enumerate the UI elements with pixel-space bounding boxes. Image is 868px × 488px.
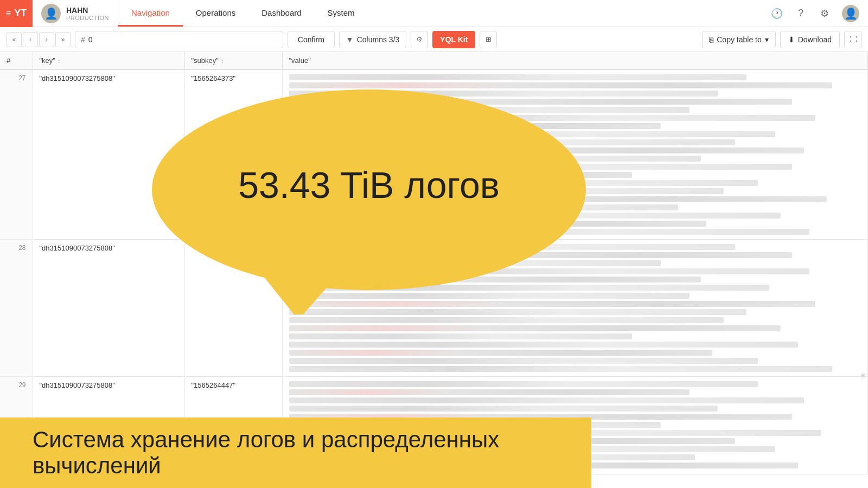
copy-icon: ⎘	[709, 35, 713, 44]
logo-text: YT	[14, 8, 27, 19]
query-input-wrap: #	[75, 31, 283, 48]
bottom-banner: Система хранение логов и распределенных …	[0, 418, 591, 488]
yql-kit-button[interactable]: YQL Kit	[432, 31, 475, 48]
col-header-num: #	[0, 52, 33, 69]
blurred-value-28	[289, 244, 861, 372]
fullscreen-button[interactable]: ⛶	[844, 31, 861, 48]
confirm-button[interactable]: Confirm	[288, 31, 335, 48]
nav-item-dashboard[interactable]: Dashboard	[248, 0, 314, 27]
row-num-28: 28	[0, 240, 33, 377]
copy-table-chevron-icon: ▾	[765, 35, 769, 44]
nav-item-system[interactable]: System	[315, 0, 368, 27]
nav-next-btn[interactable]: ›	[39, 32, 54, 47]
nav-arrows: « ‹ › »	[7, 32, 71, 47]
user-avatar-top-right[interactable]: 👤	[842, 5, 859, 22]
avatar[interactable]: 👤	[41, 4, 61, 23]
topbar: ≡ YT 👤 HAHN PRODUCTION Navigation Operat…	[0, 0, 868, 27]
nav-prev-btn[interactable]: ‹	[23, 32, 38, 47]
user-role: PRODUCTION	[66, 15, 109, 21]
copy-table-button[interactable]: ⎘ Copy table to ▾	[702, 31, 776, 48]
row-28-value: ⎘	[282, 240, 868, 377]
download-button[interactable]: ⬇ Download	[780, 31, 840, 48]
yt-logo[interactable]: ≡ YT	[0, 0, 33, 27]
nav-item-operations[interactable]: Operations	[183, 0, 248, 27]
main-nav: Navigation Operations Dashboard System	[118, 0, 368, 27]
banner-text: Система хранение логов и распределенных …	[33, 427, 559, 479]
nav-right: 🕐 ? ⚙ 👤	[770, 5, 868, 22]
hamburger-icon[interactable]: ≡	[6, 9, 11, 18]
toolbar: « ‹ › » # Confirm ▼ Columns 3/3 ⚙ YQL Ki…	[0, 27, 868, 52]
row-28-key: "dh3151090073275808"	[33, 240, 184, 377]
row-27-subkey: "1565264373"	[184, 69, 282, 240]
clock-icon[interactable]: 🕐	[770, 7, 783, 20]
row-num-27: 27	[0, 69, 33, 240]
settings-gear-btn[interactable]: ⚙	[411, 31, 428, 48]
filter-icon: ▼	[346, 35, 354, 44]
help-icon[interactable]: ?	[794, 7, 807, 20]
col-header-subkey[interactable]: "subkey" ↕	[184, 52, 282, 69]
columns-button[interactable]: ▼ Columns 3/3	[339, 31, 406, 48]
settings-icon[interactable]: ⚙	[818, 7, 831, 20]
nav-item-navigation[interactable]: Navigation	[118, 0, 183, 27]
col-header-key[interactable]: "key" ↕	[33, 52, 184, 69]
table-view-toggle[interactable]: ⊞	[480, 31, 497, 48]
user-name: HAHN	[66, 6, 109, 15]
sort-key-icon: ↕	[58, 57, 61, 64]
query-input[interactable]	[88, 35, 277, 44]
table-row: 27 "dh3151090073275808" "1565264373"	[0, 69, 868, 240]
data-table: # "key" ↕ "subkey" ↕ "value" 27 "dh31510…	[0, 52, 868, 474]
col-header-value: "value"	[282, 52, 868, 69]
nav-last-btn[interactable]: »	[55, 32, 71, 47]
row-27-key: "dh3151090073275808"	[33, 69, 184, 240]
sort-subkey-icon: ↕	[221, 57, 224, 64]
row-27-value	[282, 69, 868, 240]
user-section: 👤 HAHN PRODUCTION	[33, 0, 118, 27]
row-28-subkey	[184, 240, 282, 377]
download-icon: ⬇	[788, 35, 795, 44]
hash-label: #	[81, 35, 85, 44]
nav-first-btn[interactable]: «	[7, 32, 22, 47]
blurred-value-27	[289, 74, 861, 235]
table-row: 28 "dh3151090073275808"	[0, 240, 868, 377]
